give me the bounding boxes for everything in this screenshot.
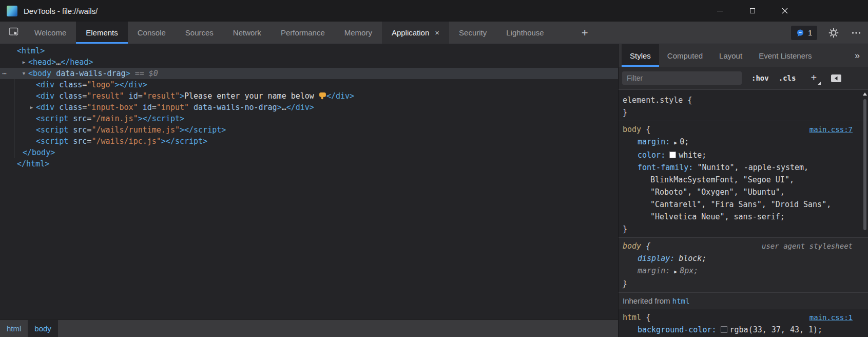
toolbar-right-cluster: 1 bbox=[791, 22, 868, 44]
window-titlebar: DevTools - file://wails/ bbox=[0, 0, 868, 22]
dom-breadcrumbs: htmlbody bbox=[0, 320, 618, 337]
token-tag: <script bbox=[36, 125, 68, 135]
tab-lighthouse[interactable]: Lighthouse bbox=[496, 22, 553, 44]
tab-memory[interactable]: Memory bbox=[335, 22, 382, 44]
sidebar-tab-styles[interactable]: Styles bbox=[622, 44, 659, 67]
token-attr: src bbox=[68, 125, 87, 135]
tab-performance[interactable]: Performance bbox=[271, 22, 335, 44]
style-property-line[interactable]: margin:▶8px; bbox=[623, 265, 853, 278]
issues-counter-badge[interactable]: 1 bbox=[791, 26, 817, 40]
node-script-main[interactable]: <script src="/main.js"></script> bbox=[0, 113, 618, 124]
token-tag: <head> bbox=[28, 58, 56, 67]
inherited-from-label: Inherited from bbox=[623, 296, 672, 305]
add-tab-button[interactable]: + bbox=[577, 22, 592, 44]
token-val: "logo" bbox=[87, 80, 114, 89]
node-body-open[interactable]: ⋯▼<body data-wails-drag> == $0 bbox=[0, 68, 618, 79]
tab-label: Network bbox=[233, 28, 261, 37]
token-val: "/wails/ipc.js" bbox=[91, 137, 161, 146]
tab-welcome[interactable]: Welcome bbox=[25, 22, 76, 44]
rule-selector-line[interactable]: html {main.css:1 bbox=[623, 311, 853, 324]
maximize-icon bbox=[750, 8, 755, 13]
token-ellip: … bbox=[56, 58, 61, 67]
more-options-button[interactable] bbox=[851, 28, 861, 38]
node-script-runtime[interactable]: <script src="/wails/runtime.js"></script… bbox=[0, 124, 618, 136]
tab-label: Elements bbox=[86, 28, 118, 37]
tab-sources[interactable]: Sources bbox=[176, 22, 223, 44]
sidebar-tab-layout[interactable]: Layout bbox=[711, 44, 750, 67]
tab-network[interactable]: Network bbox=[223, 22, 271, 44]
expand-arrow-icon[interactable]: ▶ bbox=[28, 102, 35, 113]
breadcrumb-html[interactable]: html bbox=[0, 320, 28, 337]
node-div-input-box[interactable]: ▶<div class="input-box" id="input" data-… bbox=[0, 102, 618, 113]
token-val: "result" bbox=[143, 91, 180, 101]
node-head[interactable]: ▶<head>…</head> bbox=[0, 57, 618, 68]
node-body-close[interactable]: </body> bbox=[0, 147, 618, 158]
scrollbar-thumb[interactable] bbox=[863, 99, 866, 230]
rule-selector-line[interactable]: body {main.css:7 bbox=[623, 123, 853, 136]
point-down-emoji-icon bbox=[319, 91, 326, 101]
rule-selector-line[interactable]: body {user agent stylesheet bbox=[623, 240, 853, 252]
color-swatch[interactable] bbox=[721, 326, 727, 333]
token-tag: </head> bbox=[61, 58, 93, 67]
token-tag: <script bbox=[36, 114, 68, 123]
style-property-line[interactable]: display:block; bbox=[623, 252, 853, 265]
sidebar-tab-strip: StylesComputedLayoutEvent Listeners» bbox=[619, 44, 868, 67]
more-tabs-chevron-icon[interactable]: » bbox=[855, 44, 860, 67]
rule-selector-line[interactable]: element.style { bbox=[623, 94, 853, 106]
property-name: margin: bbox=[638, 266, 670, 275]
token-attr: class bbox=[54, 80, 82, 89]
token-meta: == $0 bbox=[130, 69, 158, 78]
maximize-button[interactable] bbox=[736, 0, 768, 22]
node-div-result[interactable]: <div class="result" id="result">Please e… bbox=[0, 90, 618, 102]
sidebar-tab-event-listeners[interactable]: Event Listeners bbox=[750, 44, 820, 67]
node-script-ipc[interactable]: <script src="/wails/ipc.js"></script> bbox=[0, 136, 618, 147]
color-swatch[interactable] bbox=[669, 152, 676, 158]
element-classes-button[interactable]: .cls bbox=[779, 74, 796, 82]
tab-label: Event Listeners bbox=[759, 51, 812, 60]
expand-arrow-icon[interactable]: ▶ bbox=[20, 57, 28, 68]
issues-bubble-icon bbox=[796, 29, 804, 37]
tab-label: Layout bbox=[719, 51, 742, 60]
style-property-line[interactable]: background-color:rgba(33, 37, 43, 1); bbox=[623, 324, 853, 336]
node-div-logo[interactable]: <div class="logo"></div> bbox=[0, 79, 618, 90]
tab-security[interactable]: Security bbox=[449, 22, 496, 44]
stylesheet-source-link[interactable]: main.css:7 bbox=[809, 123, 853, 136]
tab-label: Security bbox=[459, 28, 487, 37]
expand-arrow-icon[interactable]: ▼ bbox=[20, 68, 28, 79]
dom-node-code: </html> bbox=[0, 158, 49, 170]
computed-sidebar-toggle-button[interactable] bbox=[831, 74, 842, 83]
style-property-line[interactable]: color:white; bbox=[623, 149, 853, 161]
scrollbar-up-arrow[interactable] bbox=[863, 92, 867, 96]
token-attr: src bbox=[68, 114, 87, 123]
sidebar-tab-computed[interactable]: Computed bbox=[659, 44, 711, 67]
style-property-line[interactable]: margin:▶0; bbox=[623, 136, 853, 149]
breadcrumb-body[interactable]: body bbox=[28, 320, 58, 337]
expand-arrow-icon[interactable]: ▶ bbox=[674, 269, 677, 274]
node-html-close[interactable]: </html> bbox=[0, 158, 618, 170]
style-property-line[interactable]: font-family:"Nunito", -apple-system, bbox=[623, 161, 853, 174]
tab-label: Sources bbox=[185, 28, 214, 37]
tab-elements[interactable]: Elements bbox=[76, 22, 128, 44]
token-attr: data-wails-drag bbox=[51, 69, 126, 78]
styles-filter-input[interactable] bbox=[622, 71, 742, 85]
new-style-rule-button[interactable]: + bbox=[808, 72, 819, 85]
row-more-actions-icon[interactable]: ⋯ bbox=[2, 68, 7, 79]
stylesheet-source-link[interactable]: main.css:1 bbox=[809, 311, 853, 324]
token-tag: ></script> bbox=[161, 137, 207, 146]
tab-console[interactable]: Console bbox=[128, 22, 176, 44]
property-value: 0; bbox=[680, 137, 689, 146]
property-value-wrapped: "Roboto", "Oxygen", "Ubuntu", bbox=[623, 186, 853, 198]
minimize-button[interactable] bbox=[704, 0, 736, 22]
inspect-element-button[interactable] bbox=[4, 22, 25, 44]
tab-label: Memory bbox=[344, 28, 372, 37]
toggle-element-state-button[interactable]: :hov bbox=[751, 74, 769, 82]
inherited-node-link[interactable]: html bbox=[672, 297, 690, 305]
token-tag: <div bbox=[36, 80, 54, 89]
settings-button[interactable] bbox=[828, 28, 839, 38]
close-tab-icon[interactable]: × bbox=[435, 28, 439, 37]
expand-arrow-icon[interactable]: ▶ bbox=[674, 140, 677, 145]
node-html-open[interactable]: <html> bbox=[0, 45, 618, 57]
tab-application[interactable]: Application× bbox=[382, 22, 449, 44]
open-brace: { bbox=[683, 96, 692, 105]
close-button[interactable] bbox=[768, 0, 801, 22]
